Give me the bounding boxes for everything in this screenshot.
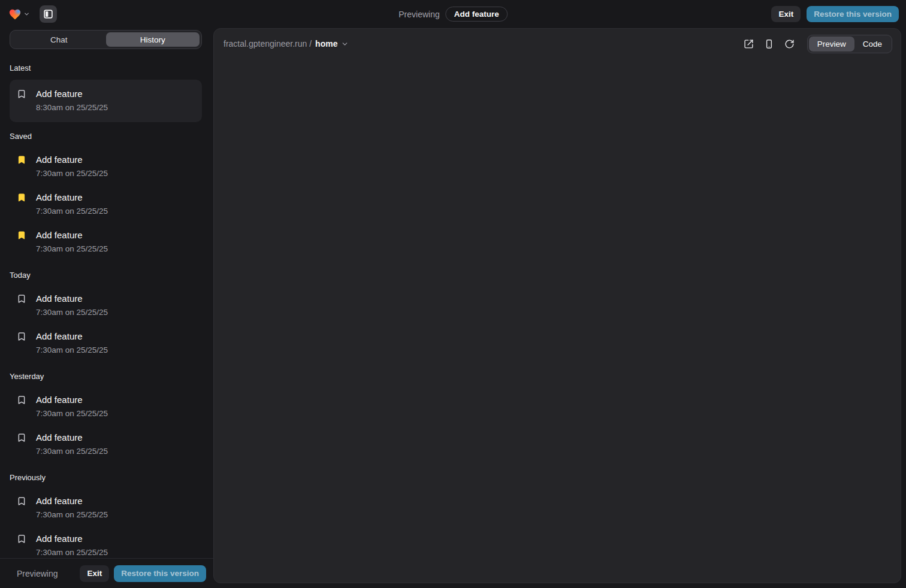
sidebar-tab-group: Chat History <box>10 30 202 49</box>
history-item[interactable]: Add feature 8:30am on 25/25/25 <box>10 82 202 120</box>
section-label-saved: Saved <box>10 132 202 141</box>
sidebar-tabs-wrap: Chat History <box>0 28 213 49</box>
preview-panel-header: fractal.gptengineer.run / home <box>214 29 901 59</box>
history-item[interactable]: Add feature 7:30am on 25/25/25 <box>10 186 202 223</box>
history-item-time: 7:30am on 25/25/25 <box>36 307 108 319</box>
history-item[interactable]: Add feature 7:30am on 25/25/25 <box>10 489 202 527</box>
lovable-heart-icon <box>8 8 22 21</box>
history-item-title: Add feature <box>36 431 108 444</box>
mobile-view-button[interactable] <box>760 35 778 53</box>
bookmark-filled-icon <box>17 192 26 203</box>
section-label-previously: Previously <box>10 473 202 482</box>
url-page: home <box>315 39 337 49</box>
app-window: Previewing Add feature Exit Restore this… <box>0 0 906 588</box>
chevron-down-icon <box>23 11 30 17</box>
history-item-time: 7:30am on 25/25/25 <box>36 408 108 420</box>
bookmark-filled-icon <box>17 230 26 241</box>
preview-viewport[interactable] <box>214 59 901 583</box>
top-bar-left <box>7 5 57 23</box>
history-item[interactable]: Add feature 7:30am on 25/25/25 <box>10 223 202 261</box>
history-item[interactable]: Add feature 7:30am on 25/25/25 <box>10 426 202 463</box>
history-list[interactable]: Latest Add feature 8:30am on 25/25/25 Sa… <box>0 49 213 558</box>
history-item[interactable]: Add feature 7:30am on 25/25/25 <box>10 325 202 362</box>
history-item-title: Add feature <box>36 229 108 241</box>
history-item[interactable]: Add feature 7:30am on 25/25/25 <box>10 388 202 426</box>
bookmark-icon <box>17 432 26 443</box>
refresh-icon <box>784 39 795 49</box>
sidebar-toggle-button[interactable] <box>40 5 57 23</box>
bookmark-icon <box>17 496 26 507</box>
preview-panel: fractal.gptengineer.run / home <box>213 28 901 583</box>
section-label-today: Today <box>10 271 202 280</box>
history-item[interactable]: Add feature 7:30am on 25/25/25 <box>10 287 202 325</box>
chevron-down-icon <box>341 40 349 48</box>
history-item-title: Add feature <box>36 532 108 545</box>
url-breadcrumb[interactable]: fractal.gptengineer.run / home <box>224 39 349 49</box>
previewing-label: Previewing <box>398 10 439 19</box>
history-item[interactable]: Add feature 7:30am on 25/25/25 <box>10 527 202 558</box>
view-mode-toggle: Preview Code <box>807 35 892 53</box>
top-bar-right: Exit Restore this version <box>771 6 899 22</box>
sidebar-footer: Previewing Exit Restore this version <box>0 558 213 588</box>
top-bar: Previewing Add feature Exit Restore this… <box>0 0 906 28</box>
top-bar-center: Previewing Add feature <box>398 0 508 28</box>
history-sidebar: Chat History Latest Add feature 8:30am o… <box>0 28 213 588</box>
history-item-title: Add feature <box>36 330 108 343</box>
footer-previewing-label: Previewing <box>17 569 58 578</box>
footer-restore-version-button[interactable]: Restore this version <box>114 565 206 582</box>
bookmark-icon <box>17 331 26 342</box>
history-item-time: 7:30am on 25/25/25 <box>36 445 108 457</box>
preview-actions: Preview Code <box>740 35 892 53</box>
bookmark-filled-icon <box>17 154 26 165</box>
bookmark-icon <box>17 293 26 304</box>
bookmark-icon <box>17 89 26 99</box>
tab-chat[interactable]: Chat <box>12 32 106 47</box>
history-item-time: 7:30am on 25/25/25 <box>36 243 108 255</box>
section-label-latest: Latest <box>10 63 202 72</box>
history-item-time: 8:30am on 25/25/25 <box>36 102 108 114</box>
exit-button[interactable]: Exit <box>771 6 801 22</box>
section-label-yesterday: Yesterday <box>10 372 202 381</box>
version-badge[interactable]: Add feature <box>446 7 508 22</box>
history-item-time: 7:30am on 25/25/25 <box>36 205 108 217</box>
tab-history[interactable]: History <box>106 32 200 47</box>
latest-item-card: Add feature 8:30am on 25/25/25 <box>10 80 202 122</box>
url-prefix: fractal.gptengineer.run / <box>224 39 312 49</box>
tab-preview[interactable]: Preview <box>809 37 854 51</box>
restore-version-button[interactable]: Restore this version <box>807 6 899 22</box>
bookmark-icon <box>17 534 26 544</box>
open-external-button[interactable] <box>740 35 758 53</box>
history-item-time: 7:30am on 25/25/25 <box>36 547 108 558</box>
footer-exit-button[interactable]: Exit <box>80 565 109 582</box>
history-item-time: 7:30am on 25/25/25 <box>36 509 108 521</box>
history-item-title: Add feature <box>36 191 108 204</box>
content-area: Chat History Latest Add feature 8:30am o… <box>0 28 906 588</box>
bookmark-icon <box>17 395 26 405</box>
history-item[interactable]: Add feature 7:30am on 25/25/25 <box>10 148 202 186</box>
tab-code[interactable]: Code <box>854 37 890 51</box>
history-item-time: 7:30am on 25/25/25 <box>36 344 108 356</box>
logo-menu-button[interactable] <box>7 7 31 22</box>
history-item-time: 7:30am on 25/25/25 <box>36 168 108 180</box>
history-item-title: Add feature <box>36 153 108 166</box>
refresh-button[interactable] <box>781 35 799 53</box>
history-item-title: Add feature <box>36 87 108 100</box>
panel-left-icon <box>43 9 53 19</box>
history-item-title: Add feature <box>36 495 108 507</box>
history-item-title: Add feature <box>36 393 108 406</box>
history-item-title: Add feature <box>36 292 108 305</box>
mobile-device-icon <box>764 39 774 49</box>
external-link-icon <box>744 39 754 49</box>
